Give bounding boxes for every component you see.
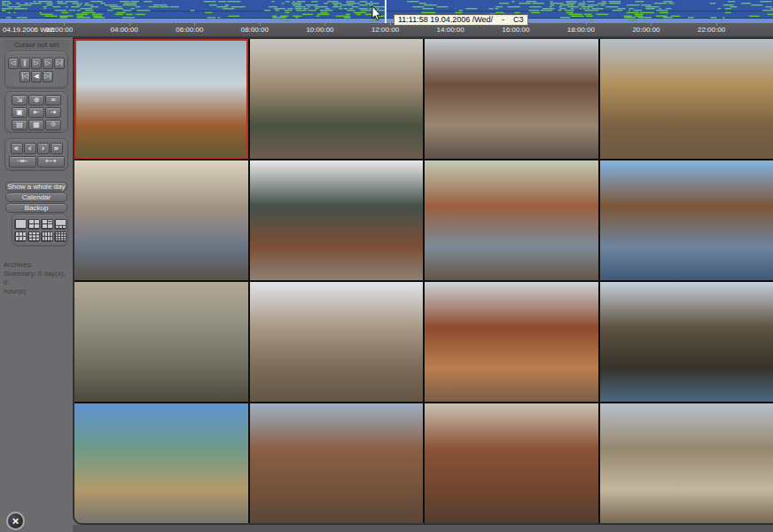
play-backward-button[interactable]: ◁ <box>8 58 19 69</box>
transport-controls-group: ◁‖▷▷▷| |◁◀▷| <box>4 51 68 89</box>
jump-right-button[interactable]: › <box>37 143 50 154</box>
timeline-tick <box>260 23 261 26</box>
camera-view-mariacka-street[interactable] <box>425 403 598 523</box>
view-8-button[interactable] <box>54 219 66 230</box>
jump-far-right-button[interactable]: » <box>51 143 63 154</box>
timeline-time-label: 22:00:00 <box>698 26 725 34</box>
timeline-tick <box>194 23 195 26</box>
timeline-tick <box>586 23 587 26</box>
skip-to-end-button[interactable]: ▷| <box>43 71 53 82</box>
play-slow-button[interactable]: ◀ <box>31 71 42 82</box>
jump-far-left-button[interactable]: « <box>11 143 23 154</box>
view-6-button[interactable] <box>41 219 53 230</box>
timeline-zoom-in-button[interactable]: →← <box>9 156 36 168</box>
timeline-tick <box>324 23 325 26</box>
play-fast-button[interactable]: ▷ <box>43 58 53 69</box>
pause-button[interactable]: ‖ <box>20 58 30 69</box>
timeline-activity-band[interactable] <box>0 0 773 23</box>
timeline-zoom-out-button[interactable]: ←→ <box>37 156 65 168</box>
timeline-time-label: 04:00:00 <box>111 26 138 34</box>
timeline-tick <box>129 23 130 26</box>
bottom-strip <box>73 525 773 532</box>
camera-view-crowded-street-above[interactable] <box>600 403 773 523</box>
timeline-time-label: 16:00:00 <box>502 26 529 34</box>
camera-view-galleon-ship[interactable] <box>600 282 773 402</box>
camera-grid-4x4 <box>74 39 773 523</box>
timeline-tick <box>651 23 652 26</box>
view-1-button[interactable] <box>14 219 27 230</box>
zoom-button[interactable]: ⊕ <box>28 95 44 106</box>
camera-view-courtyard-bench[interactable] <box>425 160 598 280</box>
timeline-time-label: 02:00:00 <box>45 26 73 34</box>
time-tooltip: 11:11:58 19.04.2006 /Wed/ - C3 <box>394 14 528 26</box>
timeline-tick <box>64 23 65 26</box>
timeline-time-label: 18:00:00 <box>567 26 595 34</box>
camera-view-dluga-street[interactable] <box>250 160 424 280</box>
prev-event-button[interactable]: ⇤ <box>28 107 44 118</box>
view-9-button[interactable] <box>27 231 40 242</box>
binoculars-button[interactable]: ∞ <box>45 95 61 106</box>
export-frame-button[interactable]: ⇲ <box>12 95 27 106</box>
camera-view-brick-church-market[interactable] <box>425 282 598 402</box>
dvr-playback-window: 04.19.2006 Wed 02:00:0004:00:0006:00:000… <box>0 0 773 532</box>
timeline-tick <box>390 23 391 26</box>
next-event-button[interactable]: ⇥ <box>45 107 61 118</box>
camera-view-neptune-fountain[interactable] <box>250 39 424 159</box>
camera-view-market-crowd-children[interactable] <box>74 160 248 280</box>
cursor-status-label: Cursor not set <box>4 40 69 50</box>
backup-button[interactable]: Backup <box>5 203 67 213</box>
timeline-label-bar: 04.19.2006 Wed 02:00:0004:00:0006:00:000… <box>0 23 773 37</box>
view-6-icon <box>42 219 52 229</box>
brightness-button[interactable]: ☼ <box>45 120 61 130</box>
view-13-button[interactable] <box>41 231 53 242</box>
video-display-area <box>73 37 773 525</box>
view-6b-button[interactable] <box>14 231 27 242</box>
frame-mode-button[interactable]: ▣ <box>12 107 27 118</box>
view-4-icon <box>28 219 39 229</box>
play-button[interactable]: ▷ <box>31 58 42 69</box>
grid-layout-group <box>12 214 68 246</box>
timeline-time-label: 20:00:00 <box>632 26 660 34</box>
timeline-time-label: 14:00:00 <box>437 26 465 34</box>
mouse-cursor-icon <box>371 6 382 21</box>
timeline-time-label: 08:00:00 <box>241 26 269 34</box>
tools-group: ⇲⊕∞ ▣⇤⇥ ▤▦☼ <box>4 91 68 133</box>
view-13-icon <box>42 231 52 241</box>
camera-view-armoury-facade[interactable] <box>250 403 424 523</box>
archives-summary: Archives: Summary: 0 day(s), 0 hour(s) <box>4 261 71 296</box>
view-4-button[interactable] <box>27 219 40 230</box>
timeline-time-label: 06:00:00 <box>176 26 203 34</box>
timeline-time-label: 12:00:00 <box>371 26 399 34</box>
sidebar: Cursor not set ◁‖▷▷▷| |◁◀▷| ⇲⊕∞ ▣⇤⇥ ▤▦☼ … <box>0 37 73 532</box>
step-forward-button[interactable]: ▷| <box>54 58 65 69</box>
view-16-button[interactable] <box>54 231 66 242</box>
camera-view-dlugi-targ-square[interactable] <box>250 282 424 402</box>
camera-view-golden-gate[interactable] <box>600 39 773 159</box>
timeline-cursor-line <box>385 0 386 23</box>
view-6b-icon <box>15 231 26 241</box>
camera-view-armoury-street[interactable] <box>74 403 248 523</box>
view-16-icon <box>55 231 66 241</box>
print-button[interactable]: ▤ <box>12 120 27 130</box>
camera-view-aerial-panorama[interactable] <box>74 39 248 159</box>
view-9-icon <box>28 231 39 241</box>
timeline-nav-group: «‹›» →←←→ <box>4 138 68 171</box>
camera-view-stone-fountain[interactable] <box>74 282 248 402</box>
camera-view-motlawa-crane[interactable] <box>600 160 773 280</box>
close-button[interactable]: × <box>6 512 25 530</box>
camera-view-long-market-performer[interactable] <box>425 39 598 159</box>
view-8-icon <box>55 219 66 229</box>
view-1-icon <box>15 219 26 229</box>
tape-button[interactable]: ▦ <box>28 120 44 130</box>
timeline-time-label: 10:00:00 <box>306 26 333 34</box>
show-whole-day-button[interactable]: Show a whole day <box>5 182 67 192</box>
jump-left-button[interactable]: ‹ <box>24 143 36 154</box>
calendar-button[interactable]: Calendar <box>5 192 67 202</box>
skip-to-start-button[interactable]: |◁ <box>20 71 30 82</box>
timeline-tick <box>716 23 717 26</box>
